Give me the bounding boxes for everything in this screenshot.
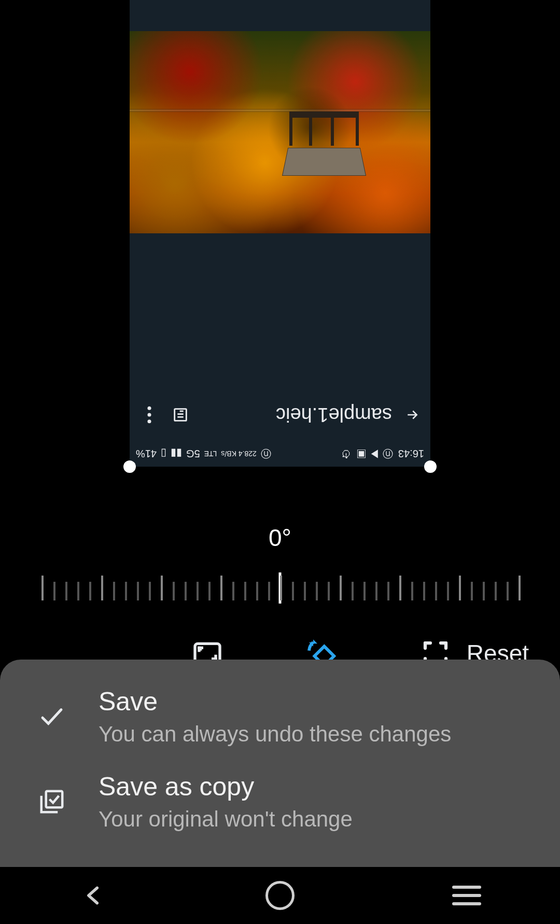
rotation-angle-label: 0° (0, 524, 560, 552)
hamburger-icon (452, 886, 481, 905)
status-lte: LTE (204, 450, 217, 458)
ruler-tick (149, 582, 151, 600)
ruler-tick (77, 582, 79, 600)
document-icon (171, 405, 190, 424)
ruler-tick (197, 582, 199, 600)
ruler-tick (316, 582, 318, 600)
inner-status-bar: 16:43 ⓝ ▶ ▣ ⏱ ⓝ 228.4 KB/s LTE 5G ▮▮ ▯ 4… (130, 441, 430, 467)
ruler-tick (447, 582, 449, 600)
photo-deck (285, 111, 363, 184)
status-battery: 41% (136, 448, 157, 460)
kebab-icon (140, 405, 159, 424)
ruler-tick (352, 582, 354, 600)
ruler-tick (89, 582, 91, 600)
ruler-tick (125, 582, 127, 600)
svg-point-5 (147, 413, 151, 416)
photo-foliage (130, 31, 430, 233)
ruler-tick (173, 582, 175, 600)
photo-waterline (130, 109, 430, 112)
ruler-tick (292, 582, 294, 600)
ruler-tick (399, 576, 401, 600)
ruler-tick (268, 582, 270, 600)
ruler-tick (387, 582, 389, 600)
save-option[interactable]: Save You can always undo these changes (0, 674, 560, 759)
crop-handle-bottom-left[interactable] (123, 460, 136, 473)
ruler-tick (53, 582, 55, 600)
svg-point-4 (147, 419, 151, 423)
status-battery-icon: ▯ (161, 447, 166, 460)
saveas-title: Save as copy (99, 772, 353, 802)
ruler-tick (113, 582, 115, 600)
ruler-tick (363, 582, 366, 600)
svg-point-6 (147, 407, 151, 410)
save-copy-icon (36, 786, 67, 817)
nav-recents-button[interactable] (415, 875, 519, 916)
svg-rect-10 (46, 791, 63, 808)
ruler-tick (208, 582, 211, 600)
ruler-tick (495, 582, 497, 600)
saveas-subtitle: Your original won't change (99, 807, 353, 832)
system-nav-bar (0, 867, 560, 924)
ruler-tick (137, 582, 139, 600)
ruler-tick (161, 576, 163, 600)
status-signal-icon: ▮▮ (171, 447, 182, 460)
photo-content (130, 31, 430, 233)
check-icon (36, 701, 67, 732)
inner-app-bar: sample1.heic (130, 391, 430, 438)
ruler-tick (435, 582, 437, 600)
ruler-tick (375, 582, 377, 600)
ruler-tick (244, 582, 246, 600)
status-alarm-icon: ⏱ (341, 448, 351, 460)
ruler-tick (220, 576, 222, 600)
photo-frame: sample1.heic 16:43 ⓝ ▶ ▣ ⏱ ⓝ 228.4 KB/s … (130, 0, 430, 467)
save-bottom-sheet: Save You can always undo these changes S… (0, 660, 560, 867)
ruler-tick (483, 582, 485, 600)
save-as-copy-option[interactable]: Save as copy Your original won't change (0, 759, 560, 844)
svg-marker-9 (313, 639, 317, 643)
back-arrow-icon (404, 407, 420, 423)
ruler-tick (340, 576, 342, 600)
status-speed: 228.4 KB/s (221, 450, 257, 458)
ruler-tick (65, 582, 67, 600)
ruler-tick (328, 582, 330, 600)
status-icon: ⓝ ▶ ▣ (356, 447, 393, 461)
save-title: Save (99, 687, 451, 717)
ruler-tick (256, 582, 258, 600)
inner-filename: sample1.heic (202, 404, 392, 426)
ruler-tick (185, 582, 187, 600)
circle-icon (265, 881, 295, 910)
save-subtitle: You can always undo these changes (99, 722, 451, 747)
nav-back-button[interactable] (41, 875, 145, 916)
ruler-tick (471, 582, 473, 600)
ruler-tick (507, 582, 509, 600)
crop-handle-bottom-right[interactable] (424, 460, 437, 473)
status-time: 16:43 (398, 448, 424, 460)
status-nfc-icon: ⓝ (261, 447, 271, 461)
ruler-tick (423, 582, 425, 600)
ruler-tick (411, 582, 413, 600)
ruler-tick (459, 576, 461, 600)
ruler-tick (280, 576, 282, 600)
status-network: 5G (186, 448, 200, 460)
rotation-ruler[interactable] (41, 569, 519, 600)
ruler-tick (304, 582, 306, 600)
nav-home-button[interactable] (228, 875, 332, 916)
ruler-tick (232, 582, 234, 600)
ruler-tick (101, 576, 103, 600)
crop-canvas[interactable]: sample1.heic 16:43 ⓝ ▶ ▣ ⏱ ⓝ 228.4 KB/s … (0, 0, 560, 467)
ruler-tick (41, 576, 44, 600)
ruler-tick (519, 576, 521, 600)
